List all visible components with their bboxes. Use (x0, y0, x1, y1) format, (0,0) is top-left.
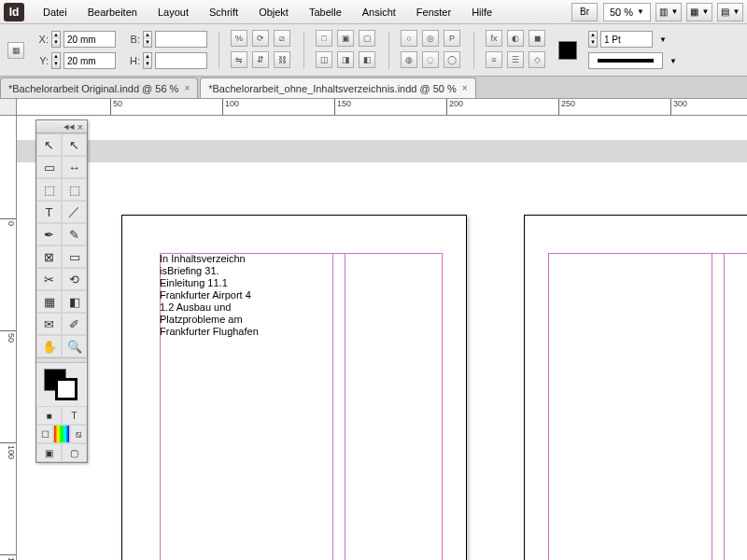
close-icon[interactable]: × (184, 83, 190, 93)
zoom-tool[interactable]: 🔍 (62, 335, 87, 357)
y-stepper[interactable]: ▲▼ (51, 52, 61, 69)
x-input[interactable]: 20 mm (63, 31, 116, 48)
panel-header[interactable]: ◂◂× (36, 120, 87, 133)
drop-shadow-icon[interactable]: ◼ (529, 30, 545, 47)
y-input[interactable]: 20 mm (63, 52, 116, 69)
zoom-level[interactable]: 50 %▼ (603, 3, 651, 21)
menu-fenster[interactable]: Fenster (407, 3, 460, 21)
scissors-tool[interactable]: ✂ (36, 268, 62, 290)
menu-hilfe[interactable]: Hilfe (462, 3, 501, 21)
b-stepper[interactable]: ▲▼ (143, 31, 152, 48)
scale-icon[interactable]: % (231, 30, 247, 47)
menu-schrift[interactable]: Schrift (200, 3, 247, 21)
pathfinder-icon[interactable]: ◇ (529, 51, 545, 68)
menu-objekt[interactable]: Objekt (249, 3, 298, 21)
gradient-feather-tool[interactable]: ◧ (62, 290, 87, 313)
ruler-tick: 100 (0, 442, 16, 459)
note-tool[interactable]: ✉ (36, 313, 62, 335)
stroke-weight-stepper[interactable]: ▲▼ (588, 31, 598, 48)
shear-icon[interactable]: ⧄ (274, 30, 290, 47)
ruler-tick: 150 (334, 99, 351, 115)
stroke-weight-input[interactable]: 1 Pt (600, 31, 653, 48)
content-placer-tool[interactable]: ⬚ (62, 178, 87, 201)
h-input[interactable] (155, 52, 207, 69)
selection-tool[interactable]: ↖ (36, 133, 62, 156)
preview-view-icon[interactable]: ▢ (62, 443, 87, 462)
eyedropper-tool[interactable]: ✐ (62, 313, 87, 335)
formatting-text-icon[interactable]: T (62, 406, 87, 425)
wrap-shape-icon[interactable]: ◍ (401, 51, 417, 68)
align-icon[interactable]: ≡ (486, 51, 502, 68)
b-input[interactable] (155, 31, 207, 48)
bridge-button[interactable]: Br (571, 3, 598, 21)
tools-panel[interactable]: ◂◂× ↖↖▭↔⬚⬚T／✒✎⊠▭✂⟲▦◧✉✐✋🔍■T☐⧅▣▢ (35, 119, 88, 463)
opacity-icon[interactable]: ◐ (507, 30, 524, 47)
document-tab-1[interactable]: *Bachelorarbeit Original.indd @ 56 %× (0, 77, 198, 98)
collapse-icon[interactable]: ◂◂ (63, 120, 75, 133)
normal-view-icon[interactable]: ▣ (36, 443, 62, 462)
apply-gradient-icon[interactable] (53, 425, 70, 443)
arrange-button[interactable]: ▦▼ (686, 3, 712, 21)
wrap-column-icon[interactable]: ◯ (444, 51, 460, 68)
chevron-down-icon: ▼ (659, 35, 667, 44)
vertical-ruler[interactable]: 0 50 100 150 (0, 116, 17, 560)
menu-ansicht[interactable]: Ansicht (353, 3, 405, 21)
menu-tabelle[interactable]: Tabelle (300, 3, 351, 21)
pen-tool[interactable]: ✒ (36, 223, 62, 245)
rectangle-tool[interactable]: ▭ (62, 245, 87, 268)
fill-frame-icon[interactable]: ◨ (337, 51, 354, 68)
wrap-bbox-icon[interactable]: ◎ (422, 30, 439, 47)
fill-swatch[interactable] (558, 41, 577, 60)
line-tool[interactable]: ／ (62, 201, 87, 223)
effects-icon[interactable]: fx (486, 30, 502, 47)
page-tool[interactable]: ▭ (36, 156, 62, 178)
apply-black-icon[interactable]: ⧅ (70, 425, 87, 443)
gap-tool[interactable]: ↔ (62, 156, 87, 178)
workspace-button[interactable]: ▤▼ (717, 3, 743, 21)
menu-bearbeiten[interactable]: Bearbeiten (78, 3, 147, 21)
free-transform-tool[interactable]: ⟲ (62, 268, 87, 290)
content-collector-tool[interactable]: ⬚ (36, 178, 62, 201)
document-tab-2[interactable]: *Bachelorarbeit_ohne_Inhaltsverzeichnis.… (200, 77, 475, 98)
center-content-icon[interactable]: ◧ (359, 51, 375, 68)
text-frame[interactable]: In Inhaltsverzeichn isBriefing 31. Einle… (160, 253, 328, 338)
select-container-icon[interactable]: □ (316, 30, 332, 47)
gradient-swatch-tool[interactable]: ▦ (36, 290, 62, 313)
horizontal-ruler[interactable]: 50 100 150 200 250 300 (17, 99, 747, 116)
select-content-icon[interactable]: ▣ (337, 30, 354, 47)
ruler-origin[interactable] (0, 99, 17, 116)
fit-content-icon[interactable]: ◫ (316, 51, 332, 68)
page-left[interactable]: In Inhaltsverzeichn isBriefing 31. Einle… (121, 215, 467, 560)
type-tool[interactable]: T (36, 201, 62, 223)
rotate-icon[interactable]: ⟳ (252, 30, 269, 47)
hand-tool[interactable]: ✋ (36, 335, 62, 357)
ruler-tick: 250 (558, 99, 575, 115)
reference-point-icon[interactable]: ▦ (7, 42, 24, 59)
close-icon[interactable]: × (462, 83, 468, 93)
page-right[interactable] (524, 215, 747, 560)
menu-datei[interactable]: Datei (34, 3, 77, 21)
wrap-none-icon[interactable]: ○ (401, 30, 417, 47)
menu-layout[interactable]: Layout (148, 3, 198, 21)
flip-h-icon[interactable]: ⇋ (231, 51, 247, 68)
column-guide (712, 253, 712, 560)
flip-v-icon[interactable]: ⇵ (252, 51, 269, 68)
h-stepper[interactable]: ▲▼ (143, 52, 152, 69)
x-stepper[interactable]: ▲▼ (51, 31, 61, 48)
screen-mode-button[interactable]: ▥▼ (655, 3, 682, 21)
corner-p-icon[interactable]: P (444, 30, 460, 47)
pencil-tool[interactable]: ✎ (62, 223, 87, 245)
apply-none-icon[interactable]: ☐ (36, 425, 53, 443)
apply-color-icon[interactable]: ■ (36, 406, 62, 425)
direct-selection-tool[interactable]: ↖ (62, 133, 87, 156)
stroke-color[interactable] (55, 378, 78, 400)
close-icon[interactable]: × (78, 121, 83, 133)
fill-stroke-control[interactable] (36, 363, 87, 406)
frame-icon[interactable]: ▢ (359, 30, 375, 47)
wrap-jump-icon[interactable]: ◌ (422, 51, 439, 68)
link-icon[interactable]: ⛓ (274, 51, 290, 68)
document-canvas[interactable]: In Inhaltsverzeichn isBriefing 31. Einle… (17, 116, 747, 560)
distribute-icon[interactable]: ☰ (507, 51, 524, 68)
rectangle-frame-tool[interactable]: ⊠ (36, 245, 62, 268)
stroke-style-select[interactable] (588, 52, 663, 69)
